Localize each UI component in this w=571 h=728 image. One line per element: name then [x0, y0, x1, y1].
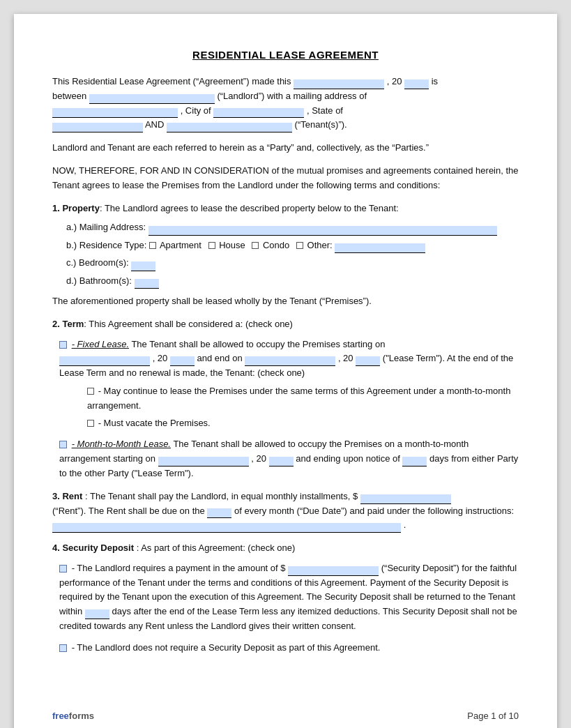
month-year-pre: , 20 [251, 453, 266, 464]
property-a-label: a.) Mailing Address: [66, 222, 146, 232]
other-label: Other: [307, 240, 333, 250]
mailing-address-field[interactable] [52, 108, 178, 118]
bedrooms-field[interactable] [131, 261, 155, 271]
sub-option2: - Must vacate the Premises. [87, 416, 519, 431]
fixed-start-year-field[interactable] [170, 356, 195, 366]
section1-intro: : The Landlord agrees to lease the descr… [100, 203, 399, 213]
house-checkbox[interactable] [208, 242, 215, 249]
property-a: a.) Mailing Address: [66, 219, 519, 235]
house-label: House [219, 240, 245, 250]
document-page: RESIDENTIAL LEASE AGREEMENT This Residen… [14, 14, 557, 728]
bathrooms-field[interactable] [135, 279, 159, 289]
parties-section: Landlord and Tenant are each referred to… [52, 141, 519, 156]
property-b-label: b.) Residence Type: [66, 240, 146, 250]
year-field[interactable] [404, 79, 429, 89]
section4-intro: : As part of this Agreement: (check one) [137, 543, 296, 553]
must-vacate-checkbox[interactable] [87, 420, 94, 427]
month-start-field[interactable] [158, 457, 249, 467]
mailing-address-input[interactable] [149, 226, 497, 236]
intro-year-pre: , 20 [387, 76, 402, 86]
month-to-month-block: - Month-to-Month Lease. The Tenant shall… [59, 437, 519, 480]
fixed-endon: and end on [197, 353, 245, 363]
security-days-field[interactable] [85, 609, 109, 619]
month-lease-checkbox[interactable] [59, 441, 67, 448]
now-therefore-section: NOW, THEREFORE, FOR AND IN CONSIDERATION… [52, 164, 519, 193]
date-field[interactable] [294, 79, 384, 89]
fixed-start-date-field[interactable] [59, 356, 150, 366]
tenant-name-field[interactable] [167, 123, 292, 132]
intro-section: This Residential Lease Agreement (“Agree… [52, 75, 519, 132]
may-continue-checkbox[interactable] [87, 388, 94, 395]
security-option1-text1: - The Landlord requires a payment in the… [72, 563, 286, 573]
security-option2-text: - The Landlord does not require a Securi… [72, 642, 381, 653]
intro-is: is [432, 76, 438, 86]
section2-term: 2. Term: This Agreement shall be conside… [52, 317, 519, 481]
due-date-field[interactable] [207, 508, 231, 518]
fixed-lease-label: - Fixed Lease. [72, 339, 129, 349]
fixed-lease-block: - Fixed Lease. The Tenant shall be allow… [59, 338, 519, 431]
forms-text: forms [69, 711, 94, 721]
property-c-label: c.) Bedroom(s): [66, 257, 129, 268]
landlord-name-field[interactable] [89, 94, 215, 104]
fixed-lease-text1: The Tenant shall be allowed to occupy th… [131, 339, 385, 349]
property-c: c.) Bedroom(s): [66, 255, 519, 271]
must-vacate-text: - Must vacate the Premises. [98, 418, 211, 428]
section3-text3: of every month (“Due Date”) and paid und… [234, 506, 514, 516]
state-field[interactable] [52, 123, 143, 132]
other-checkbox[interactable] [296, 242, 303, 249]
security-option1: - The Landlord requires a payment in the… [59, 561, 519, 634]
section3-heading: 3. Rent [52, 491, 82, 501]
security-required-checkbox[interactable] [59, 565, 67, 572]
free-text: free [52, 711, 69, 721]
intro-landlord-label: (“Landlord”) with a mailing address of [217, 91, 367, 101]
may-continue-text: - May continue to lease the Premises und… [87, 386, 510, 411]
security-option1-days: days after the end of the Lease Term les… [59, 606, 517, 631]
document-title: RESIDENTIAL LEASE AGREEMENT [52, 49, 519, 61]
intro-state-label: , State of [307, 105, 343, 116]
section1-property: 1. Property: The Landlord agrees to leas… [52, 202, 519, 309]
property-list: a.) Mailing Address: b.) Residence Type:… [66, 219, 519, 289]
sub-option1: - May continue to lease the Premises und… [87, 384, 519, 414]
city-field[interactable] [213, 108, 304, 118]
month-lease-label: - Month-to-Month Lease. [72, 439, 171, 449]
rent-amount-field[interactable] [360, 494, 451, 504]
section3-period: . [404, 520, 406, 530]
section2-heading: 2. Term [52, 319, 84, 329]
fixed-end-year-field[interactable] [356, 356, 380, 366]
section3-text1: : The Tenant shall pay the Landlord, in … [85, 491, 358, 501]
payment-instructions-field[interactable] [52, 523, 401, 533]
security-option2: - The Landlord does not require a Securi… [59, 641, 519, 655]
month-text3: and ending upon notice of [296, 453, 402, 464]
page-number: Page 1 of 10 [467, 711, 519, 721]
section3-rent: 3. Rent : The Tenant shall pay the Landl… [52, 490, 519, 533]
section2-intro: : This Agreement shall be considered a: … [84, 319, 293, 329]
apartment-label: Apartment [160, 240, 201, 250]
property-b: b.) Residence Type: Apartment House Cond… [66, 237, 519, 253]
section4-security: 4. Security Deposit : As part of this Ag… [52, 541, 519, 655]
section4-heading: 4. Security Deposit [52, 543, 134, 553]
freeforms-logo: freeforms [52, 711, 94, 721]
section3-text2-pre: (“Rent”). The Rent shall be due on the [52, 506, 205, 516]
intro-city-label: , City of [181, 105, 211, 116]
now-therefore-text: NOW, THEREFORE, FOR AND IN CONSIDERATION… [52, 165, 519, 190]
notice-days-field[interactable] [402, 457, 427, 467]
parties-text: Landlord and Tenant are each referred to… [52, 142, 429, 153]
property-d: d.) Bathroom(s): [66, 273, 519, 289]
intro-between: between [52, 91, 86, 101]
intro-and: AND [145, 119, 167, 130]
fixed-year2-pre: , 20 [338, 353, 353, 363]
intro-tenant-label: (“Tenant(s)”). [295, 119, 347, 130]
apartment-checkbox[interactable] [149, 242, 156, 249]
fixed-end-date-field[interactable] [245, 356, 335, 366]
other-field[interactable] [335, 243, 425, 253]
security-amount-field[interactable] [288, 566, 379, 576]
property-d-label: d.) Bathroom(s): [66, 275, 132, 286]
security-not-required-checkbox[interactable] [59, 644, 67, 652]
month-start-year-field[interactable] [269, 457, 294, 467]
section1-heading: 1. Property [52, 203, 100, 213]
condo-checkbox[interactable] [252, 242, 259, 249]
intro-line1-pre: This Residential Lease Agreement (“Agree… [52, 76, 291, 86]
condo-label: Condo [263, 240, 289, 250]
premises-closing: The aforementioned property shall be lea… [52, 294, 519, 309]
fixed-lease-checkbox[interactable] [59, 341, 67, 349]
